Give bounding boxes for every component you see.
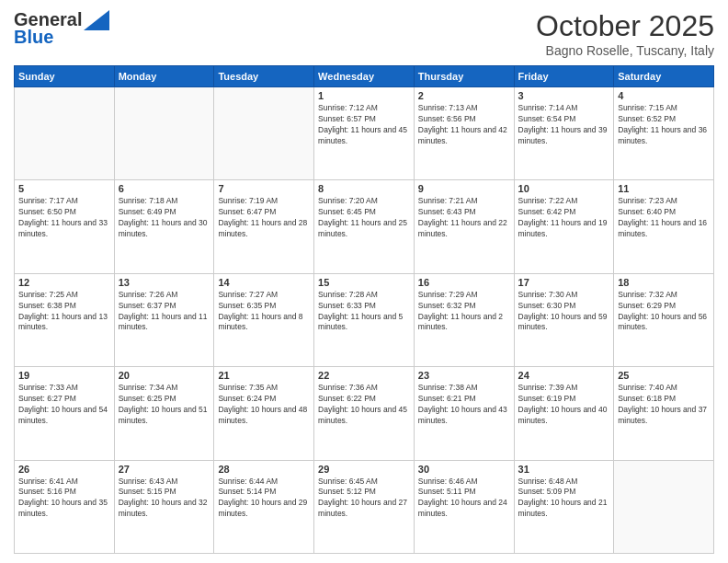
month-title: October 2025	[536, 9, 714, 43]
day-number: 4	[618, 90, 710, 101]
calendar-cell: 9Sunrise: 7:21 AM Sunset: 6:43 PM Daylig…	[414, 180, 514, 273]
calendar-cell: 3Sunrise: 7:14 AM Sunset: 6:54 PM Daylig…	[514, 87, 614, 180]
day-number: 10	[518, 183, 610, 194]
cell-text: Sunrise: 7:28 AM Sunset: 6:33 PM Dayligh…	[318, 290, 410, 334]
day-number: 8	[318, 183, 410, 194]
day-number: 31	[518, 464, 610, 475]
cell-text: Sunrise: 7:30 AM Sunset: 6:30 PM Dayligh…	[518, 290, 610, 334]
svg-marker-0	[84, 10, 109, 30]
cell-text: Sunrise: 7:39 AM Sunset: 6:19 PM Dayligh…	[518, 383, 610, 427]
cell-text: Sunrise: 7:35 AM Sunset: 6:24 PM Dayligh…	[218, 383, 310, 427]
calendar-week-0: 1Sunrise: 7:12 AM Sunset: 6:57 PM Daylig…	[15, 87, 714, 180]
calendar-cell: 4Sunrise: 7:15 AM Sunset: 6:52 PM Daylig…	[614, 87, 714, 180]
calendar-cell: 12Sunrise: 7:25 AM Sunset: 6:38 PM Dayli…	[15, 273, 115, 366]
day-number: 1	[318, 90, 410, 101]
calendar-cell: 18Sunrise: 7:32 AM Sunset: 6:29 PM Dayli…	[614, 273, 714, 366]
calendar-header-friday: Friday	[514, 66, 614, 87]
logo-icon	[84, 10, 109, 30]
title-block: October 2025 Bagno Roselle, Tuscany, Ita…	[536, 9, 714, 58]
calendar-cell	[614, 460, 714, 553]
calendar-cell: 23Sunrise: 7:38 AM Sunset: 6:21 PM Dayli…	[414, 367, 514, 460]
location: Bagno Roselle, Tuscany, Italy	[536, 43, 714, 58]
cell-text: Sunrise: 7:33 AM Sunset: 6:27 PM Dayligh…	[18, 383, 110, 427]
day-number: 11	[618, 183, 710, 194]
calendar-cell: 26Sunrise: 6:41 AM Sunset: 5:16 PM Dayli…	[15, 460, 115, 553]
day-number: 25	[618, 370, 710, 381]
day-number: 14	[218, 277, 310, 288]
day-number: 30	[418, 464, 510, 475]
calendar-cell: 11Sunrise: 7:23 AM Sunset: 6:40 PM Dayli…	[614, 180, 714, 273]
calendar-week-1: 5Sunrise: 7:17 AM Sunset: 6:50 PM Daylig…	[15, 180, 714, 273]
calendar-cell: 5Sunrise: 7:17 AM Sunset: 6:50 PM Daylig…	[15, 180, 115, 273]
calendar-header-monday: Monday	[114, 66, 214, 87]
day-number: 27	[119, 464, 210, 475]
day-number: 5	[18, 183, 110, 194]
calendar-cell: 24Sunrise: 7:39 AM Sunset: 6:19 PM Dayli…	[514, 367, 614, 460]
cell-text: Sunrise: 7:12 AM Sunset: 6:57 PM Dayligh…	[318, 103, 410, 147]
calendar-cell: 22Sunrise: 7:36 AM Sunset: 6:22 PM Dayli…	[314, 367, 415, 460]
calendar-cell: 1Sunrise: 7:12 AM Sunset: 6:57 PM Daylig…	[314, 87, 415, 180]
day-number: 21	[218, 370, 310, 381]
calendar-week-3: 19Sunrise: 7:33 AM Sunset: 6:27 PM Dayli…	[15, 367, 714, 460]
cell-text: Sunrise: 6:45 AM Sunset: 5:12 PM Dayligh…	[318, 477, 410, 521]
calendar-cell	[214, 87, 314, 180]
calendar-cell: 31Sunrise: 6:48 AM Sunset: 5:09 PM Dayli…	[514, 460, 614, 553]
cell-text: Sunrise: 7:20 AM Sunset: 6:45 PM Dayligh…	[318, 196, 410, 240]
cell-text: Sunrise: 7:17 AM Sunset: 6:50 PM Dayligh…	[18, 196, 110, 240]
calendar-cell: 29Sunrise: 6:45 AM Sunset: 5:12 PM Dayli…	[314, 460, 415, 553]
day-number: 17	[518, 277, 610, 288]
day-number: 16	[418, 277, 510, 288]
calendar-cell: 17Sunrise: 7:30 AM Sunset: 6:30 PM Dayli…	[514, 273, 614, 366]
calendar-cell: 30Sunrise: 6:46 AM Sunset: 5:11 PM Dayli…	[414, 460, 514, 553]
day-number: 22	[318, 370, 410, 381]
cell-text: Sunrise: 7:36 AM Sunset: 6:22 PM Dayligh…	[318, 383, 410, 427]
calendar-header-saturday: Saturday	[614, 66, 714, 87]
cell-text: Sunrise: 7:13 AM Sunset: 6:56 PM Dayligh…	[418, 103, 510, 147]
calendar-cell: 8Sunrise: 7:20 AM Sunset: 6:45 PM Daylig…	[314, 180, 415, 273]
page: General Blue October 2025 Bagno Roselle,…	[0, 0, 728, 563]
calendar-table: SundayMondayTuesdayWednesdayThursdayFrid…	[14, 65, 714, 554]
calendar-cell: 2Sunrise: 7:13 AM Sunset: 6:56 PM Daylig…	[414, 87, 514, 180]
day-number: 13	[119, 277, 210, 288]
logo: General Blue	[14, 9, 109, 48]
day-number: 15	[318, 277, 410, 288]
calendar-cell: 20Sunrise: 7:34 AM Sunset: 6:25 PM Dayli…	[114, 367, 214, 460]
day-number: 20	[119, 370, 210, 381]
cell-text: Sunrise: 7:22 AM Sunset: 6:42 PM Dayligh…	[518, 196, 610, 240]
calendar-header-sunday: Sunday	[15, 66, 115, 87]
calendar-week-4: 26Sunrise: 6:41 AM Sunset: 5:16 PM Dayli…	[15, 460, 714, 553]
logo-blue: Blue	[14, 27, 53, 48]
cell-text: Sunrise: 7:26 AM Sunset: 6:37 PM Dayligh…	[119, 290, 210, 334]
cell-text: Sunrise: 6:43 AM Sunset: 5:15 PM Dayligh…	[119, 477, 210, 521]
calendar-cell	[15, 87, 115, 180]
calendar-cell: 7Sunrise: 7:19 AM Sunset: 6:47 PM Daylig…	[214, 180, 314, 273]
day-number: 2	[418, 90, 510, 101]
calendar-cell: 15Sunrise: 7:28 AM Sunset: 6:33 PM Dayli…	[314, 273, 415, 366]
day-number: 6	[119, 183, 210, 194]
day-number: 12	[18, 277, 110, 288]
cell-text: Sunrise: 7:38 AM Sunset: 6:21 PM Dayligh…	[418, 383, 510, 427]
cell-text: Sunrise: 7:25 AM Sunset: 6:38 PM Dayligh…	[18, 290, 110, 334]
calendar-header-row: SundayMondayTuesdayWednesdayThursdayFrid…	[15, 66, 714, 87]
calendar-week-2: 12Sunrise: 7:25 AM Sunset: 6:38 PM Dayli…	[15, 273, 714, 366]
day-number: 9	[418, 183, 510, 194]
calendar-cell: 19Sunrise: 7:33 AM Sunset: 6:27 PM Dayli…	[15, 367, 115, 460]
cell-text: Sunrise: 6:46 AM Sunset: 5:11 PM Dayligh…	[418, 477, 510, 521]
cell-text: Sunrise: 6:48 AM Sunset: 5:09 PM Dayligh…	[518, 477, 610, 521]
day-number: 23	[418, 370, 510, 381]
cell-text: Sunrise: 7:19 AM Sunset: 6:47 PM Dayligh…	[218, 196, 310, 240]
day-number: 3	[518, 90, 610, 101]
day-number: 18	[618, 277, 710, 288]
cell-text: Sunrise: 7:34 AM Sunset: 6:25 PM Dayligh…	[119, 383, 210, 427]
calendar-cell: 6Sunrise: 7:18 AM Sunset: 6:49 PM Daylig…	[114, 180, 214, 273]
calendar-cell: 10Sunrise: 7:22 AM Sunset: 6:42 PM Dayli…	[514, 180, 614, 273]
calendar-cell: 13Sunrise: 7:26 AM Sunset: 6:37 PM Dayli…	[114, 273, 214, 366]
calendar-header-wednesday: Wednesday	[314, 66, 415, 87]
cell-text: Sunrise: 7:18 AM Sunset: 6:49 PM Dayligh…	[119, 196, 210, 240]
calendar-cell: 14Sunrise: 7:27 AM Sunset: 6:35 PM Dayli…	[214, 273, 314, 366]
calendar-cell	[114, 87, 214, 180]
calendar-cell: 27Sunrise: 6:43 AM Sunset: 5:15 PM Dayli…	[114, 460, 214, 553]
cell-text: Sunrise: 7:32 AM Sunset: 6:29 PM Dayligh…	[618, 290, 710, 334]
calendar-cell: 28Sunrise: 6:44 AM Sunset: 5:14 PM Dayli…	[214, 460, 314, 553]
cell-text: Sunrise: 7:23 AM Sunset: 6:40 PM Dayligh…	[618, 196, 710, 240]
